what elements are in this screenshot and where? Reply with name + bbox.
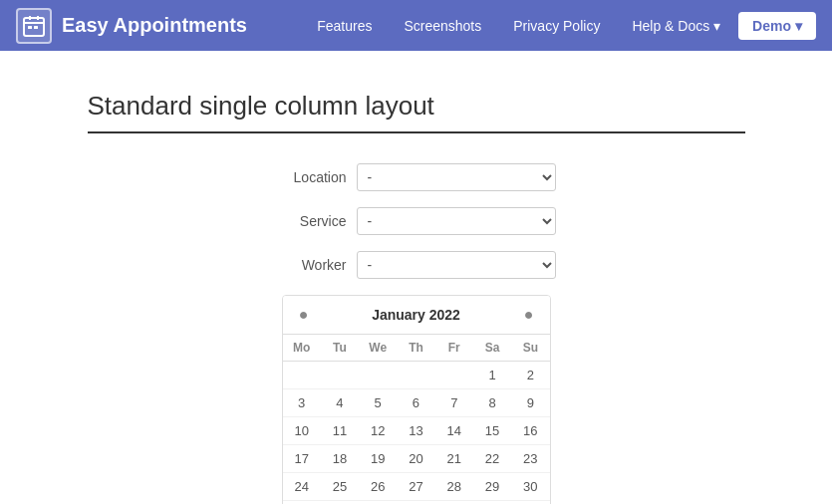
calendar-day[interactable]: 16 (511, 417, 549, 445)
calendar-day (283, 362, 321, 389)
calendar-day[interactable]: 15 (473, 417, 511, 445)
page-title: Standard single column layout (88, 91, 745, 122)
worker-group: Worker - (88, 251, 745, 279)
nav-screenshots[interactable]: Screenshots (390, 10, 495, 42)
calendar-day[interactable]: 29 (473, 473, 511, 501)
nav-links: Features Screenshots Privacy Policy Help… (303, 10, 816, 42)
nav-privacy-policy[interactable]: Privacy Policy (499, 10, 614, 42)
calendar-day[interactable]: 6 (397, 389, 434, 417)
calendar-day (359, 362, 397, 389)
calendar-day[interactable]: 24 (283, 473, 321, 501)
calendar-day[interactable]: 11 (321, 417, 359, 445)
brand-logo-icon (16, 8, 52, 44)
calendar-day[interactable]: 20 (397, 445, 434, 473)
calendar-day[interactable]: 4 (321, 389, 359, 417)
weekday-mo: Mo (283, 335, 321, 362)
calendar-day[interactable]: 23 (511, 445, 549, 473)
calendar-grid: Mo Tu We Th Fr Sa Su 1234567891011121314… (283, 334, 550, 504)
service-label: Service (277, 213, 347, 229)
calendar-day[interactable]: 7 (435, 389, 473, 417)
calendar-day[interactable]: 22 (473, 445, 511, 473)
svg-rect-5 (34, 26, 38, 29)
calendar-week-row: 10111213141516 (283, 417, 550, 445)
weekday-sa: Sa (473, 335, 511, 362)
calendar-week-row: 24252627282930 (283, 473, 550, 501)
weekday-tu: Tu (321, 335, 359, 362)
service-group: Service - (88, 207, 745, 235)
weekday-fr: Fr (435, 335, 473, 362)
calendar-body: 1234567891011121314151617181920212223242… (283, 362, 550, 505)
worker-label: Worker (277, 257, 347, 273)
calendar-day[interactable]: 3 (283, 389, 321, 417)
location-group: Location - (88, 163, 745, 191)
location-select[interactable]: - (357, 163, 556, 191)
calendar-day (397, 362, 434, 389)
calendar-week-row: 3456789 (283, 389, 550, 417)
calendar-day[interactable]: 19 (359, 445, 397, 473)
calendar-day[interactable]: 14 (435, 417, 473, 445)
calendar-day[interactable]: 30 (511, 473, 549, 501)
brand-link[interactable]: Easy Appointments (16, 8, 247, 44)
svg-rect-4 (28, 26, 32, 29)
calendar-day[interactable]: 26 (359, 473, 397, 501)
navbar: Easy Appointments Features Screenshots P… (0, 0, 832, 51)
calendar-week-row: 12 (283, 362, 550, 389)
calendar-week-row: 17181920212223 (283, 445, 550, 473)
calendar-wrapper: ● January 2022 ● Mo Tu We Th Fr Sa Su (88, 295, 745, 504)
calendar: ● January 2022 ● Mo Tu We Th Fr Sa Su (282, 295, 551, 504)
calendar-day[interactable]: 2 (511, 362, 549, 389)
calendar-day[interactable]: 31 (283, 501, 321, 505)
calendar-day (321, 501, 359, 505)
prev-month-button[interactable]: ● (293, 304, 315, 326)
location-label: Location (277, 169, 347, 185)
calendar-day (435, 501, 473, 505)
calendar-day[interactable]: 27 (397, 473, 434, 501)
calendar-day[interactable]: 28 (435, 473, 473, 501)
weekday-th: Th (397, 335, 434, 362)
calendar-day[interactable]: 17 (283, 445, 321, 473)
brand-label: Easy Appointments (62, 14, 247, 37)
nav-demo[interactable]: Demo ▾ (738, 12, 816, 40)
service-select[interactable]: - (357, 207, 556, 235)
calendar-day (511, 501, 549, 505)
weekday-we: We (359, 335, 397, 362)
weekday-su: Su (511, 335, 549, 362)
calendar-day (321, 362, 359, 389)
calendar-day (473, 501, 511, 505)
title-divider (88, 131, 745, 133)
nav-help-docs[interactable]: Help & Docs ▾ (618, 10, 734, 42)
calendar-day[interactable]: 13 (397, 417, 434, 445)
calendar-day[interactable]: 18 (321, 445, 359, 473)
calendar-day[interactable]: 8 (473, 389, 511, 417)
calendar-day (435, 362, 473, 389)
main-content: Standard single column layout Location -… (68, 91, 765, 504)
worker-select[interactable]: - (357, 251, 556, 279)
calendar-day[interactable]: 12 (359, 417, 397, 445)
calendar-header: ● January 2022 ● (283, 296, 550, 334)
calendar-month-title: January 2022 (372, 307, 460, 323)
calendar-day (397, 501, 434, 505)
calendar-day[interactable]: 5 (359, 389, 397, 417)
calendar-weekday-row: Mo Tu We Th Fr Sa Su (283, 335, 550, 362)
calendar-day[interactable]: 21 (435, 445, 473, 473)
nav-features[interactable]: Features (303, 10, 386, 42)
calendar-day[interactable]: 10 (283, 417, 321, 445)
calendar-day[interactable]: 9 (511, 389, 549, 417)
calendar-day (359, 501, 397, 505)
calendar-day[interactable]: 1 (473, 362, 511, 389)
next-month-button[interactable]: ● (517, 304, 539, 326)
calendar-day[interactable]: 25 (321, 473, 359, 501)
calendar-week-row: 31 (283, 501, 550, 505)
